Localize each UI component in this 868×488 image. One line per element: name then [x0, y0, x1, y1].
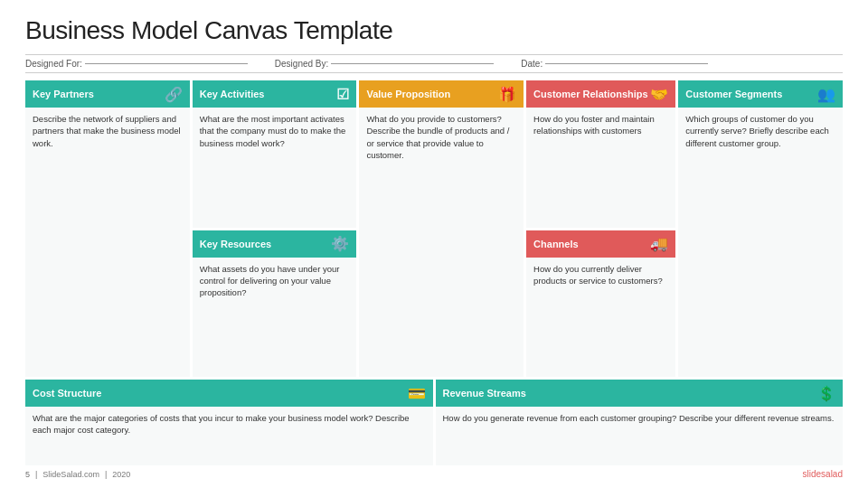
- channels-header: Channels 🚚: [526, 230, 675, 258]
- designed-by-label: Designed By:: [275, 59, 328, 69]
- revenue-streams-label: Revenue Streams: [443, 388, 818, 399]
- revenue-streams-body: How do you generate revenue from each cu…: [436, 407, 844, 465]
- value-proposition-body: What do you provide to customers? Descri…: [359, 108, 524, 377]
- customer-segments-body: Which groups of customer do you currentl…: [678, 108, 843, 377]
- designed-for-value: [85, 63, 248, 64]
- canvas-top: Key Partners 🔗 Describe the network of s…: [25, 80, 843, 377]
- key-partners-label: Key Partners: [33, 89, 165, 99]
- brand-name: slidesalad: [803, 469, 843, 479]
- cost-structure-body: What are the major categories of costs t…: [25, 407, 433, 465]
- key-activities-header: Key Activities ☑: [193, 80, 357, 108]
- cost-structure-label: Cost Structure: [33, 388, 408, 399]
- key-partners-header: Key Partners 🔗: [25, 80, 190, 108]
- value-proposition-header: Value Proposition 🎁: [359, 80, 524, 108]
- revenue-streams-header: Revenue Streams 💲: [436, 380, 844, 407]
- key-partners-body: Describe the network of suppliers and pa…: [25, 108, 190, 377]
- designed-by-field: Designed By:: [275, 59, 494, 69]
- slide: Business Model Canvas Template Designed …: [0, 0, 868, 488]
- designed-by-value: [331, 63, 494, 64]
- channels-body: How do you currently deliver products or…: [526, 258, 675, 378]
- key-resources-section: Key Resources ⚙️ What assets do you have…: [193, 230, 357, 378]
- customer-segments-icon: 👥: [817, 86, 835, 103]
- key-resources-body: What assets do you have under your contr…: [193, 258, 357, 378]
- cr-channels-section: Customer Relationships 🤝 How do you fost…: [526, 80, 675, 377]
- canvas-bottom: Cost Structure 💳 What are the major cate…: [25, 380, 843, 465]
- key-resources-header: Key Resources ⚙️: [193, 230, 357, 258]
- customer-segments-label: Customer Segments: [685, 89, 817, 99]
- key-activities-label: Key Activities: [200, 89, 337, 99]
- key-activities-body: What are the most important activates th…: [193, 108, 357, 228]
- channels-label: Channels: [533, 239, 650, 249]
- footer-site: SlideSalad.com: [42, 470, 99, 479]
- footer-brand: slidesalad: [803, 469, 843, 479]
- date-field: Date:: [521, 59, 708, 69]
- footer-year: 2020: [112, 470, 130, 479]
- date-label: Date:: [521, 59, 542, 69]
- footer-separator: |: [35, 470, 37, 479]
- key-partners-section: Key Partners 🔗 Describe the network of s…: [25, 80, 190, 377]
- footer: 5 | SlideSalad.com | 2020 slidesalad: [25, 465, 843, 479]
- customer-relationships-header: Customer Relationships 🤝: [526, 80, 675, 108]
- slide-title: Business Model Canvas Template: [25, 16, 843, 45]
- designed-for-field: Designed For:: [25, 59, 248, 69]
- revenue-streams-icon: 💲: [817, 385, 835, 402]
- key-activities-top: Key Activities ☑ What are the most impor…: [193, 80, 357, 228]
- page-number: 5: [25, 470, 30, 479]
- cost-structure-icon: 💳: [408, 385, 426, 402]
- footer-left: 5 | SlideSalad.com | 2020: [25, 470, 130, 479]
- value-proposition-icon: 🎁: [498, 86, 516, 103]
- customer-segments-header: Customer Segments 👥: [678, 80, 843, 108]
- revenue-streams-section: Revenue Streams 💲 How do you generate re…: [436, 380, 844, 465]
- meta-row: Designed For: Designed By: Date:: [25, 54, 843, 73]
- key-resources-icon: ⚙️: [331, 235, 349, 252]
- channels-icon: 🚚: [650, 235, 668, 252]
- value-proposition-section: Value Proposition 🎁 What do you provide …: [359, 80, 524, 377]
- canvas-area: Key Partners 🔗 Describe the network of s…: [25, 80, 843, 465]
- channels-section: Channels 🚚 How do you currently deliver …: [526, 230, 675, 378]
- customer-relationships-section: Customer Relationships 🤝 How do you fost…: [526, 80, 675, 228]
- value-proposition-label: Value Proposition: [366, 89, 498, 99]
- customer-relationships-label: Customer Relationships: [533, 89, 650, 99]
- designed-for-label: Designed For:: [25, 59, 82, 69]
- footer-pipe2: |: [105, 470, 107, 479]
- date-value: [545, 63, 708, 64]
- customer-relationships-body: How do you foster and maintain relations…: [526, 108, 675, 228]
- customer-relationships-icon: 🤝: [650, 86, 668, 103]
- key-resources-label: Key Resources: [200, 239, 332, 249]
- key-activities-icon: ☑: [336, 86, 349, 103]
- cost-structure-header: Cost Structure 💳: [25, 380, 433, 407]
- customer-segments-section: Customer Segments 👥 Which groups of cust…: [678, 80, 843, 377]
- cost-structure-section: Cost Structure 💳 What are the major cate…: [25, 380, 433, 465]
- key-partners-icon: 🔗: [165, 86, 183, 103]
- key-activities-resources-section: Key Activities ☑ What are the most impor…: [193, 80, 357, 377]
